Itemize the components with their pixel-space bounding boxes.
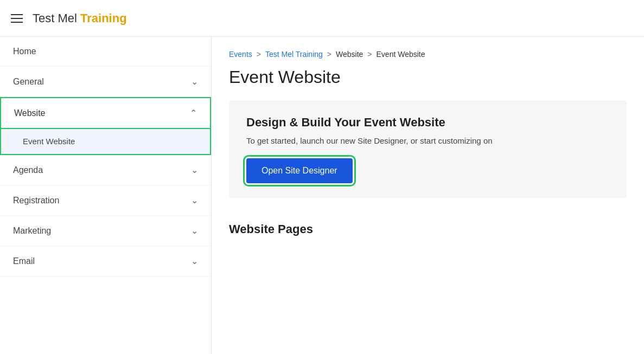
website-pages-section: Website Pages [229,211,627,236]
design-card: Design & Build Your Event Website To get… [229,100,627,198]
main-layout: Home General ⌄ Website ⌃ Event Website A… [0,37,644,354]
breadcrumb-event-website: Event Website [377,50,425,59]
sidebar-item-label: Email [13,256,35,266]
sidebar-item-website[interactable]: Website ⌃ [0,97,211,129]
sidebar: Home General ⌄ Website ⌃ Event Website A… [0,37,212,354]
sidebar-item-home[interactable]: Home [0,37,211,67]
sidebar-item-general[interactable]: General ⌄ [0,67,211,97]
sidebar-item-label: Website [14,108,46,118]
header: Test Mel Training [0,0,644,37]
chevron-down-icon: ⌄ [191,226,198,236]
chevron-down-icon: ⌄ [191,76,198,87]
sidebar-item-label: Marketing [13,226,51,236]
sidebar-item-label: Registration [13,196,59,205]
design-card-title: Design & Build Your Event Website [246,115,609,130]
breadcrumb-separator: > [367,50,372,59]
chevron-up-icon: ⌃ [190,108,197,118]
hamburger-menu-icon[interactable] [11,14,23,23]
breadcrumb-website: Website [336,50,363,59]
sidebar-item-registration[interactable]: Registration ⌄ [0,185,211,216]
chevron-down-icon: ⌄ [191,165,198,175]
sidebar-item-label: Home [13,47,36,56]
sidebar-subitem-label: Event Website [23,137,75,146]
sidebar-item-marketing[interactable]: Marketing ⌄ [0,216,211,246]
header-title-part2: Training [80,11,127,25]
content-area: Events > Test Mel Training > Website > E… [212,37,644,354]
sidebar-item-agenda[interactable]: Agenda ⌄ [0,155,211,185]
chevron-down-icon: ⌄ [191,195,198,205]
website-pages-title: Website Pages [229,211,627,236]
open-site-designer-button[interactable]: Open Site Designer [246,158,353,183]
breadcrumb-events[interactable]: Events [229,50,252,59]
header-title-part1: Test Mel [33,11,80,25]
breadcrumb-separator: > [257,50,261,59]
sidebar-item-label: Agenda [13,165,43,175]
design-card-description: To get started, launch our new Site Desi… [246,136,609,145]
page-title: Event Website [229,67,627,87]
breadcrumb-test-mel-training[interactable]: Test Mel Training [265,50,323,59]
breadcrumb: Events > Test Mel Training > Website > E… [229,50,627,59]
sidebar-subitem-event-website[interactable]: Event Website [0,129,211,155]
header-title: Test Mel Training [33,11,127,25]
sidebar-item-email[interactable]: Email ⌄ [0,246,211,276]
breadcrumb-separator: > [327,50,331,59]
chevron-down-icon: ⌄ [191,256,198,266]
sidebar-item-label: General [13,77,44,87]
